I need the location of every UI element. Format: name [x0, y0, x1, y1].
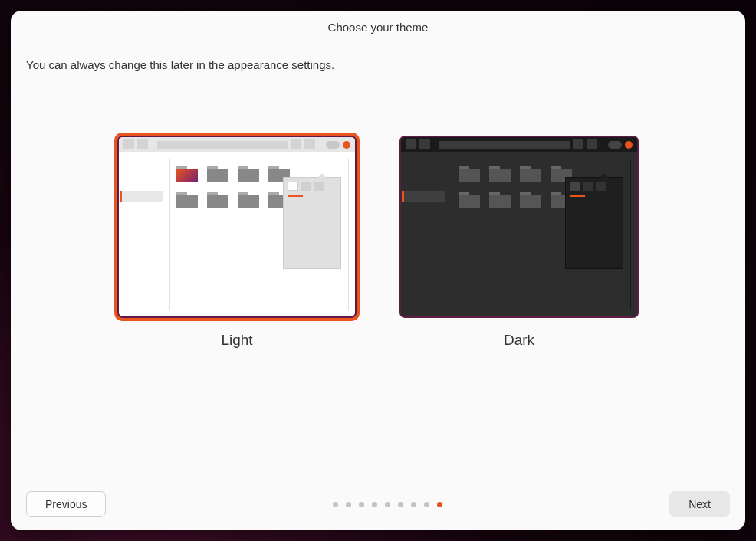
theme-label-light: Light — [221, 332, 252, 349]
page-dot[interactable] — [385, 502, 390, 507]
folder-icon — [207, 192, 228, 208]
preview-popover — [283, 177, 341, 269]
folder-icon — [207, 166, 228, 182]
page-dot[interactable] — [359, 502, 364, 507]
page-dot[interactable] — [372, 502, 377, 507]
folder-icon — [489, 166, 511, 182]
folder-icon — [459, 192, 480, 208]
theme-options-row: Light — [26, 71, 730, 486]
page-dot[interactable] — [424, 502, 429, 507]
next-button[interactable]: Next — [669, 491, 730, 517]
dialog-content: You can always change this later in the … — [11, 44, 745, 486]
page-dot[interactable] — [333, 502, 338, 507]
dialog-header: Choose your theme — [11, 11, 745, 44]
close-icon — [343, 141, 350, 149]
folder-icon — [459, 166, 480, 182]
close-icon — [625, 141, 633, 149]
page-dot[interactable] — [437, 502, 442, 507]
preview-popover — [565, 177, 623, 269]
preview-sidebar — [401, 152, 445, 316]
folder-icon — [238, 166, 259, 182]
theme-chooser-dialog: Choose your theme You can always change … — [11, 11, 745, 530]
preview-titlebar — [401, 137, 637, 152]
theme-option-dark[interactable]: Dark — [396, 133, 642, 349]
previous-button[interactable]: Previous — [26, 491, 106, 517]
folder-icon — [176, 166, 198, 182]
theme-label-dark: Dark — [504, 332, 534, 349]
theme-option-light[interactable]: Light — [114, 133, 360, 349]
folder-icon — [489, 192, 511, 208]
dialog-title: Choose your theme — [328, 21, 429, 34]
preview-titlebar — [119, 137, 355, 152]
subtitle-text: You can always change this later in the … — [26, 58, 730, 71]
page-indicator — [333, 502, 442, 507]
page-dot[interactable] — [346, 502, 351, 507]
page-dot[interactable] — [398, 502, 403, 507]
preview-sidebar — [119, 152, 163, 316]
folder-icon — [520, 192, 541, 208]
page-dot[interactable] — [411, 502, 416, 507]
theme-preview-dark — [396, 133, 642, 321]
theme-preview-light — [114, 133, 360, 321]
folder-icon — [176, 192, 198, 208]
folder-icon — [238, 192, 259, 208]
folder-icon — [520, 166, 541, 182]
dialog-footer: Previous Next — [11, 486, 745, 530]
